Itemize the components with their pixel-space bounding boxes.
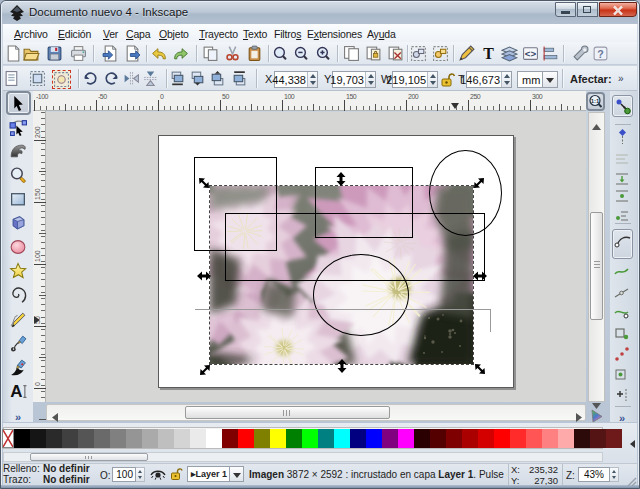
svg-text:T: T: [483, 45, 494, 62]
svg-text:1:1: 1:1: [591, 98, 600, 104]
svg-text:<>: <>: [525, 49, 537, 60]
svg-text:A: A: [10, 382, 22, 400]
svg-text:?: ?: [597, 48, 603, 60]
